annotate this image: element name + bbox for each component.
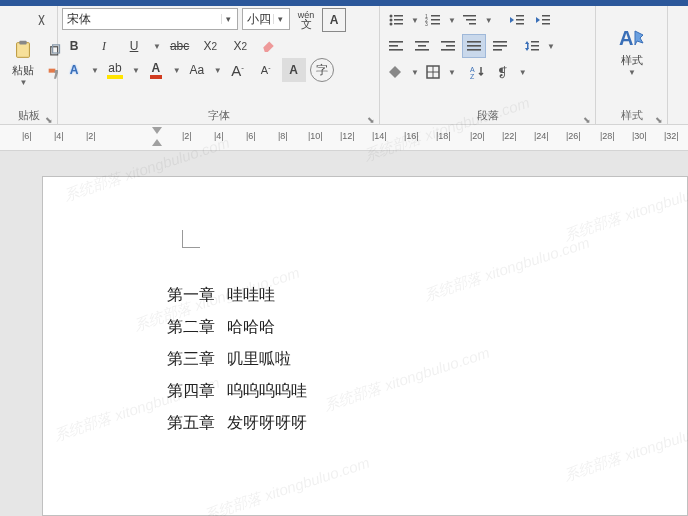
paragraph-group-label: 段落 xyxy=(477,109,499,121)
line-spacing-button[interactable] xyxy=(520,34,544,58)
ruler-tick: |8| xyxy=(278,131,288,141)
align-left-button[interactable] xyxy=(384,34,408,58)
ruler-tick: |2| xyxy=(86,131,96,141)
font-name-value: 宋体 xyxy=(67,11,91,28)
svg-rect-28 xyxy=(415,41,429,43)
chevron-down-icon: ▾ xyxy=(221,14,235,24)
align-right-button[interactable] xyxy=(436,34,460,58)
cut-button[interactable] xyxy=(29,8,53,32)
sort-button[interactable]: AZ xyxy=(466,60,490,84)
increase-indent-button[interactable] xyxy=(531,8,555,32)
font-name-combo[interactable]: 宋体 ▾ xyxy=(62,8,238,30)
paste-button[interactable]: 粘贴 ▼ xyxy=(4,32,42,92)
horizontal-ruler[interactable]: |6||4||2||2||4||6||8||10||12||14||16||18… xyxy=(0,125,688,151)
ruler-tick: |24| xyxy=(534,131,549,141)
svg-point-6 xyxy=(390,19,393,22)
svg-rect-41 xyxy=(531,41,539,43)
svg-rect-32 xyxy=(446,45,455,47)
ruler-tick: |28| xyxy=(600,131,615,141)
document-canvas[interactable]: 第一章 哇哇哇第二章 哈哈哈第三章 叽里呱啦第四章 呜呜呜呜哇第五章 发呀呀呀呀 xyxy=(42,176,688,516)
dialog-launcher-icon[interactable]: ⬊ xyxy=(366,111,376,121)
chevron-down-icon: ▾ xyxy=(273,14,287,24)
svg-rect-15 xyxy=(431,23,440,25)
bullets-button[interactable] xyxy=(384,8,408,32)
font-group-label: 字体 xyxy=(208,109,230,121)
svg-rect-42 xyxy=(531,45,539,47)
eraser-button[interactable] xyxy=(258,34,282,58)
svg-rect-39 xyxy=(493,49,502,51)
svg-rect-2 xyxy=(50,46,57,54)
char-shading-button[interactable]: A xyxy=(282,58,306,82)
font-color-button[interactable]: A xyxy=(144,58,168,82)
dialog-launcher-icon[interactable]: ⬊ xyxy=(654,111,664,121)
styles-group-label: 样式 xyxy=(621,109,643,121)
svg-rect-25 xyxy=(389,41,403,43)
italic-button[interactable]: I xyxy=(92,34,116,58)
svg-rect-22 xyxy=(542,15,550,17)
underline-button[interactable]: U xyxy=(122,34,146,58)
styles-button[interactable]: A 样式 ▼ xyxy=(613,21,651,81)
shrink-font-button[interactable]: Aˇ xyxy=(254,58,278,82)
svg-rect-13 xyxy=(431,19,440,21)
svg-rect-27 xyxy=(389,49,403,51)
svg-rect-0 xyxy=(17,43,30,58)
svg-rect-35 xyxy=(467,45,481,47)
ruler-tick: |18| xyxy=(436,131,451,141)
text-effects-button[interactable]: A xyxy=(62,58,86,82)
chevron-down-icon: ▼ xyxy=(628,68,636,77)
bold-button[interactable]: B xyxy=(62,34,86,58)
document-body: 第一章 哇哇哇第二章 哈哈哈第三章 叽里呱啦第四章 呜呜呜呜哇第五章 发呀呀呀呀 xyxy=(167,279,307,439)
shading-button[interactable] xyxy=(384,60,408,84)
borders-button[interactable] xyxy=(421,60,445,84)
grow-font-button[interactable]: Aˆ xyxy=(226,58,250,82)
ruler-tick: |16| xyxy=(404,131,419,141)
svg-rect-7 xyxy=(394,19,403,21)
ruler-tick: |10| xyxy=(308,131,323,141)
ruler-tick: |4| xyxy=(54,131,64,141)
justify-button[interactable] xyxy=(462,34,486,58)
svg-rect-26 xyxy=(389,45,398,47)
enclose-char-button[interactable]: 字 xyxy=(310,58,334,82)
phonetic-guide-button[interactable]: wén 文 xyxy=(294,8,318,32)
svg-rect-34 xyxy=(467,41,481,43)
svg-text:Z: Z xyxy=(470,73,475,79)
ruler-tick: |2| xyxy=(182,131,192,141)
svg-rect-38 xyxy=(493,45,507,47)
paste-label: 粘贴 xyxy=(12,63,34,78)
char-border-button[interactable]: A xyxy=(322,8,346,32)
ruler-tick: |4| xyxy=(214,131,224,141)
highlight-button[interactable]: ab xyxy=(103,58,127,82)
ruler-tick: |6| xyxy=(246,131,256,141)
font-size-combo[interactable]: 小四 ▾ xyxy=(242,8,290,30)
document-line: 第一章 哇哇哇 xyxy=(167,279,307,311)
ruler-tick: |30| xyxy=(632,131,647,141)
chevron-down-icon: ▼ xyxy=(20,78,28,87)
ruler-tick: |12| xyxy=(340,131,355,141)
distribute-button[interactable] xyxy=(488,34,512,58)
svg-rect-33 xyxy=(441,49,455,51)
svg-rect-23 xyxy=(542,19,550,21)
svg-text:❡: ❡ xyxy=(497,65,508,79)
align-center-button[interactable] xyxy=(410,34,434,58)
svg-rect-29 xyxy=(418,45,426,47)
svg-rect-18 xyxy=(469,23,476,25)
superscript-button[interactable]: X2 xyxy=(228,34,252,58)
numbering-button[interactable]: 123 xyxy=(421,8,445,32)
document-line: 第二章 哈哈哈 xyxy=(167,311,307,343)
strikethrough-button[interactable]: abc xyxy=(167,34,192,58)
multilevel-list-button[interactable] xyxy=(458,8,482,32)
document-line: 第五章 发呀呀呀呀 xyxy=(167,407,307,439)
svg-rect-31 xyxy=(441,41,455,43)
ruler-tick: |14| xyxy=(372,131,387,141)
dialog-launcher-icon[interactable]: ⬊ xyxy=(44,111,54,121)
svg-rect-21 xyxy=(516,23,524,25)
svg-text:3: 3 xyxy=(425,21,428,27)
change-case-button[interactable]: Aa xyxy=(185,58,209,82)
svg-rect-43 xyxy=(531,49,539,51)
clipboard-group-label: 贴板 xyxy=(18,109,40,121)
decrease-indent-button[interactable] xyxy=(505,8,529,32)
ruler-tick: |26| xyxy=(566,131,581,141)
show-marks-button[interactable]: ❡ xyxy=(492,60,516,84)
subscript-button[interactable]: X2 xyxy=(198,34,222,58)
dialog-launcher-icon[interactable]: ⬊ xyxy=(582,111,592,121)
